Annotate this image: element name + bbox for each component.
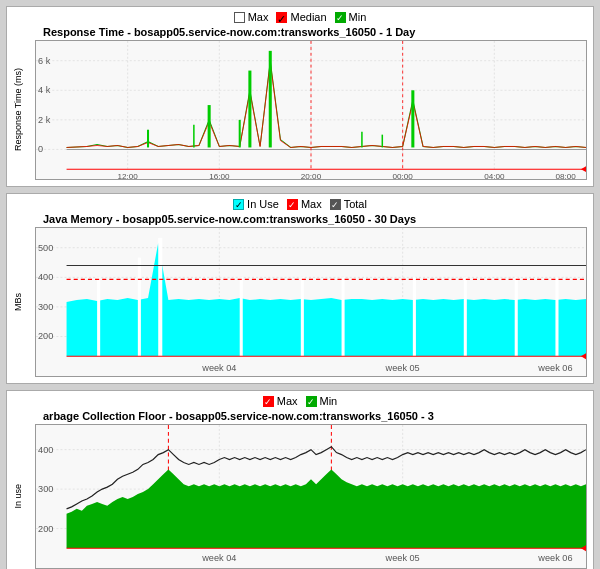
svg-rect-46 [97, 277, 100, 356]
svg-rect-53 [464, 277, 467, 356]
legend2-max-box: ✓ [287, 199, 298, 210]
chart3-ylabel: In use [13, 484, 23, 509]
svg-text:500: 500 [38, 243, 53, 253]
svg-rect-50 [301, 277, 304, 356]
svg-rect-55 [555, 277, 558, 356]
legend-inuse: ✓ In Use [233, 198, 279, 210]
svg-text:20:00: 20:00 [301, 172, 322, 179]
legend2-total-box: ✓ [330, 199, 341, 210]
svg-rect-54 [515, 277, 518, 356]
gc-floor-panel: ✓ Max ✓ Min arbage Collection Floor - bo… [6, 390, 594, 569]
legend3-min: ✓ Min [306, 395, 338, 407]
svg-rect-49 [240, 277, 243, 356]
legend-min-label: Min [349, 11, 367, 23]
chart1-svg: 6 k 4 k 2 k 0 12:00 16:00 20:00 00:00 04… [36, 41, 586, 179]
svg-text:08:00: 08:00 [555, 172, 576, 179]
svg-text:week 05: week 05 [385, 553, 420, 563]
legend3-max: ✓ Max [263, 395, 298, 407]
svg-rect-48 [158, 238, 162, 356]
legend2-max: ✓ Max [287, 198, 322, 210]
java-memory-panel: ✓ In Use ✓ Max ✓ Total Java Memory - bos… [6, 193, 594, 384]
svg-text:400: 400 [38, 445, 53, 455]
chart2-svg: 500 400 300 200 [36, 228, 586, 376]
legend-max-box [234, 12, 245, 23]
svg-text:200: 200 [38, 524, 53, 534]
chart2-legend: ✓ In Use ✓ Max ✓ Total [13, 198, 587, 210]
svg-text:04:00: 04:00 [484, 172, 505, 179]
legend-inuse-label: In Use [247, 198, 279, 210]
svg-text:400: 400 [38, 272, 53, 282]
legend2-total-label: Total [344, 198, 367, 210]
svg-text:0: 0 [38, 145, 43, 155]
legend3-max-box: ✓ [263, 396, 274, 407]
svg-rect-52 [413, 277, 416, 356]
svg-text:week 05: week 05 [385, 363, 420, 373]
svg-text:week 06: week 06 [537, 553, 572, 563]
chart1-legend: Max ✓ Median ✓ Min [13, 11, 587, 23]
chart3-legend: ✓ Max ✓ Min [13, 395, 587, 407]
chart2-canvas: 500 400 300 200 [35, 227, 587, 377]
svg-text:week 06: week 06 [537, 363, 572, 373]
svg-text:12:00: 12:00 [117, 172, 138, 179]
chart3-title: arbage Collection Floor - bosapp05.servi… [13, 410, 587, 422]
svg-text:200: 200 [38, 332, 53, 342]
legend-max-label: Max [248, 11, 269, 23]
legend2-max-label: Max [301, 198, 322, 210]
legend-max: Max [234, 11, 269, 23]
svg-text:week 04: week 04 [201, 363, 236, 373]
svg-text:2 k: 2 k [38, 115, 51, 125]
chart2-title: Java Memory - bosapp05.service-now.com:t… [13, 213, 587, 225]
legend-median-box: ✓ [276, 12, 287, 23]
svg-text:300: 300 [38, 302, 53, 312]
svg-text:00:00: 00:00 [392, 172, 413, 179]
svg-rect-47 [138, 258, 141, 357]
chart3-canvas: 400 300 200 week 04 week 05 week 06 [35, 424, 587, 569]
svg-text:6 k: 6 k [38, 56, 51, 66]
chart1-canvas: 6 k 4 k 2 k 0 12:00 16:00 20:00 00:00 04… [35, 40, 587, 180]
response-time-panel: Max ✓ Median ✓ Min Response Time - bosap… [6, 6, 594, 187]
legend3-min-box: ✓ [306, 396, 317, 407]
chart1-ylabel: Response Time (ms) [13, 68, 23, 151]
svg-text:300: 300 [38, 484, 53, 494]
legend2-total: ✓ Total [330, 198, 367, 210]
legend3-min-label: Min [320, 395, 338, 407]
svg-text:16:00: 16:00 [209, 172, 230, 179]
chart3-svg: 400 300 200 week 04 week 05 week 06 [36, 425, 586, 568]
chart1-title: Response Time - bosapp05.service-now.com… [13, 26, 587, 38]
legend-min: ✓ Min [335, 11, 367, 23]
legend-median: ✓ Median [276, 11, 326, 23]
legend3-max-label: Max [277, 395, 298, 407]
legend-min-box: ✓ [335, 12, 346, 23]
chart2-ylabel: MBs [13, 293, 23, 311]
svg-text:4 k: 4 k [38, 85, 51, 95]
legend-inuse-box: ✓ [233, 199, 244, 210]
svg-text:week 04: week 04 [201, 553, 236, 563]
svg-rect-51 [342, 277, 345, 356]
legend-median-label: Median [290, 11, 326, 23]
